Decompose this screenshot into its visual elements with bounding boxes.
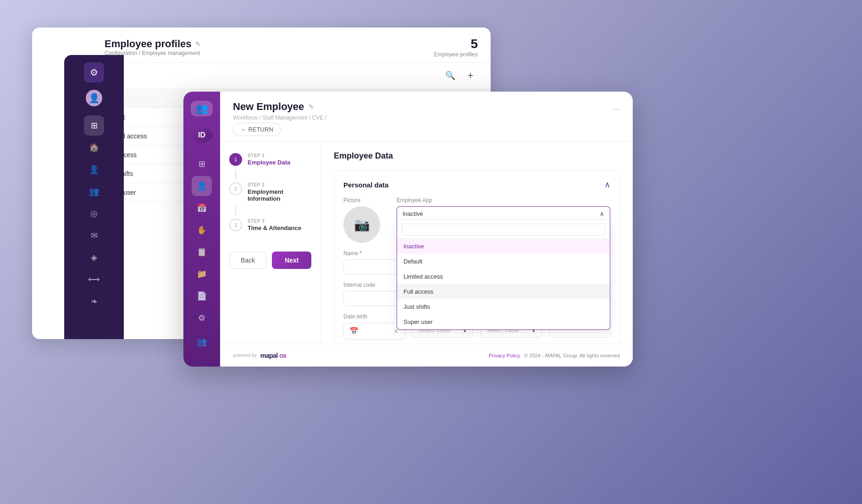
form-title-edit-icon[interactable]: ✎ — [309, 103, 314, 110]
privacy-policy-link[interactable]: Privacy Policy — [489, 353, 520, 358]
photo-upload[interactable]: 📷 — [343, 206, 380, 243]
left-sidebar: ⚙ 👤 ⊞ 🏠 👤 👥 ◎ ✉ ◈ ⟷ ❧ ⚙ — [64, 55, 124, 339]
dropdown-search-input[interactable] — [402, 224, 605, 236]
panel-footer: powered by mapal os Privacy Policy © 202… — [220, 344, 633, 367]
step-2: 2 STEP 2 Employment Information — [229, 182, 311, 202]
step-2-label: STEP 2 — [248, 182, 311, 187]
sidebar-nav-tree[interactable]: ❧ — [84, 291, 104, 312]
title-row: New Employee ✎ ... — [233, 101, 620, 113]
panel-nav: ⊞ 👤 📅 ✋ 📋 📁 📄 ⚙ — [192, 154, 212, 328]
personal-data-header: Personal data ∧ — [343, 180, 610, 190]
search-button[interactable]: 🔍 — [443, 68, 458, 83]
title-edit-icon[interactable]: ✎ — [195, 40, 201, 48]
sidebar-logo: ⚙ — [84, 62, 104, 82]
sidebar-nav-group: ⊞ 🏠 👤 👥 ◎ ✉ ◈ ⟷ ❧ — [84, 115, 104, 312]
main-form-panel: 👥 ID ⊞ 👤 📅 ✋ 📋 📁 📄 ⚙ 👥 New Employee ✎ ..… — [183, 92, 633, 367]
form-area: Employee Data Personal data ∧ Picture 📷 — [321, 142, 633, 357]
sidebar-nav-mail[interactable]: ✉ — [84, 225, 104, 246]
sidebar-nav-user[interactable]: 👤 — [84, 159, 104, 180]
step-2-name: Employment Information — [248, 188, 311, 202]
panel-header: New Employee ✎ ... Workforce / Staff Man… — [220, 92, 633, 142]
header-info: New Employee ✎ ... Workforce / Staff Man… — [233, 101, 620, 136]
step-1-name: Employee Data — [248, 159, 290, 166]
picture-label: Picture — [343, 197, 389, 203]
copyright-notice: © 2024 - MAPAL Group. All rights reserve… — [524, 353, 620, 358]
sidebar-avatar: 👤 — [86, 90, 102, 106]
step-connector-2 — [235, 206, 236, 215]
count-label: Employee profiles — [434, 51, 478, 58]
bg-panel-header: Employee profiles ✎ Configuration / Empl… — [92, 27, 491, 63]
form-title: New Employee — [233, 101, 304, 113]
panel-logo-icon: 👥 — [196, 103, 208, 115]
powered-by-text: powered by — [233, 353, 257, 358]
sidebar-nav-grid[interactable]: ⊞ — [84, 115, 104, 136]
collapse-icon[interactable]: ∧ — [604, 180, 610, 190]
next-button[interactable]: Next — [272, 252, 311, 269]
count-area: 5 Employee profiles — [434, 37, 478, 58]
sidebar-nav-transfer[interactable]: ⟷ — [84, 269, 104, 290]
date-birth-field[interactable]: 📅 ✕ — [343, 323, 405, 340]
date-birth-label: Date birth — [343, 313, 405, 320]
dropdown-option-default[interactable]: Default — [397, 254, 610, 269]
header-actions: 🔍 + — [92, 63, 491, 88]
employee-app-value: Inactive — [403, 210, 423, 217]
page-title: Employee profiles — [105, 38, 192, 50]
id-badge: ID — [191, 127, 213, 143]
dropdown-option-limited[interactable]: Limited access — [397, 269, 610, 284]
steps-area: 1 STEP 1 Employee Data 2 STEP 2 Employme… — [220, 142, 633, 357]
employee-app-group: Employee App Inactive ∧ Inactive — [397, 197, 610, 221]
form-section-title: Employee Data — [334, 151, 620, 161]
more-options-icon[interactable]: ... — [612, 102, 620, 112]
step-3: 3 STEP 3 Time & Attendance — [229, 219, 311, 231]
panel-sidebar: 👥 ID ⊞ 👤 📅 ✋ 📋 📁 📄 ⚙ 👥 — [183, 92, 220, 367]
step-3-name: Time & Attendance — [248, 225, 301, 231]
panel-content: New Employee ✎ ... Workforce / Staff Man… — [220, 92, 633, 367]
page-title-group: Employee profiles ✎ Configuration / Empl… — [105, 38, 201, 56]
employee-app-select[interactable]: Inactive ∧ — [397, 206, 610, 221]
dropdown-option-full[interactable]: Full access — [397, 284, 610, 299]
panel-nav-folder[interactable]: 📁 — [192, 264, 212, 284]
panel-nav-document[interactable]: 📄 — [192, 286, 212, 306]
title-area: Employee profiles ✎ Configuration / Empl… — [105, 38, 201, 56]
step-1-info: STEP 1 Employee Data — [248, 153, 290, 166]
step-2-info: STEP 2 Employment Information — [248, 182, 311, 202]
back-button[interactable]: Back — [229, 252, 266, 269]
panel-nav-person[interactable]: 👤 — [192, 176, 212, 196]
sidebar-nav-users[interactable]: 👥 — [84, 181, 104, 202]
date-birth-group: Date birth 📅 ✕ — [343, 313, 405, 340]
form-breadcrumb: Workforce / Staff Management / CVE / — [233, 115, 620, 121]
employee-count: 5 — [434, 37, 478, 51]
return-button[interactable]: ← RETURN — [233, 123, 281, 136]
sidebar-nav-target[interactable]: ◎ — [84, 203, 104, 224]
step-3-info: STEP 3 Time & Attendance — [248, 219, 301, 231]
panel-nav-clipboard[interactable]: 📋 — [192, 242, 212, 262]
sidebar-nav-home[interactable]: 🏠 — [84, 137, 104, 158]
picture-row: Picture 📷 Employee App Inactive ∧ — [343, 197, 610, 243]
footer-links: Privacy Policy © 2024 - MAPAL Group. All… — [489, 353, 620, 358]
panel-nav-calendar[interactable]: 📅 — [192, 198, 212, 218]
panel-bottom-icon[interactable]: 👥 — [192, 332, 212, 352]
gear-icon: ⚙ — [90, 67, 98, 78]
chevron-up-icon: ∧ — [600, 210, 604, 217]
panel-nav-settings[interactable]: ⚙ — [192, 308, 212, 328]
panel-nav-hand[interactable]: ✋ — [192, 220, 212, 240]
calendar-icon: 📅 — [349, 327, 359, 335]
brand-name: mapal os — [260, 352, 287, 359]
step-2-circle: 2 — [229, 182, 242, 195]
dropdown-option-shifts[interactable]: Just shifts — [397, 299, 610, 314]
panel-logo: 👥 — [191, 101, 213, 116]
dropdown-option-super[interactable]: Super user — [397, 314, 610, 329]
employee-app-dropdown: Inactive Default Limited access Full acc… — [397, 221, 610, 330]
picture-group: Picture 📷 — [343, 197, 389, 243]
step-connector-1 — [235, 170, 236, 179]
dropdown-option-inactive[interactable]: Inactive — [397, 239, 610, 254]
sidebar-nav-brain[interactable]: ◈ — [84, 247, 104, 268]
step-1-circle: 1 — [229, 153, 242, 166]
panel-nav-grid[interactable]: ⊞ — [192, 154, 212, 174]
add-button[interactable]: + — [463, 68, 478, 83]
employee-app-label: Employee App — [397, 197, 610, 203]
action-bar: Back Next — [229, 244, 311, 269]
dropdown-search-area — [397, 221, 610, 239]
panel-bottom: 👥 — [192, 332, 212, 357]
personal-data-title: Personal data — [343, 181, 388, 189]
